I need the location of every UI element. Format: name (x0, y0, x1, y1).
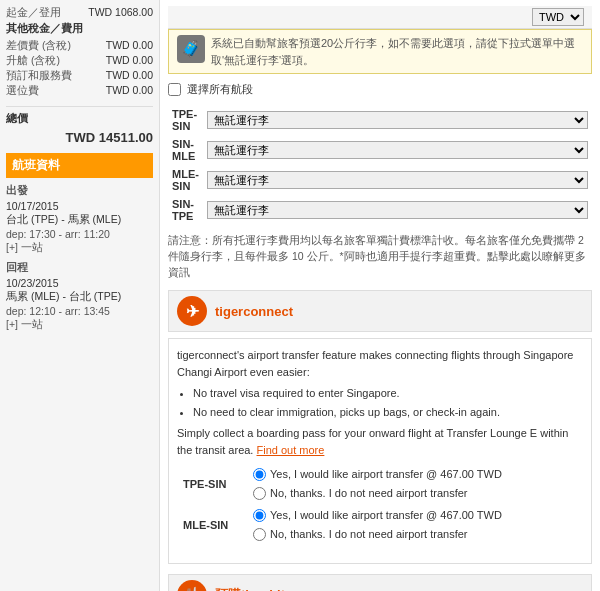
fee-row-2: 預訂和服務費 TWD 0.00 (6, 69, 153, 83)
depart-route: 台北 (TPE) - 馬累 (MLE) (6, 213, 153, 227)
return-stop: [+] 一站 (6, 318, 153, 332)
transfer-yes-0[interactable]: Yes, I would like airport transfer @ 467… (253, 466, 577, 483)
currency-selector[interactable]: TWD USD SGD (532, 8, 584, 26)
transfer-no-0[interactable]: No, thanks. I do not need airport transf… (253, 485, 577, 502)
bullet-1: No need to clear immigration, picks up b… (193, 404, 583, 421)
fee-label-0: 差價費 (含稅) (6, 39, 71, 53)
baggage-notice: 請注意：所有托運行李費用均以每名旅客單獨計費標準計收。每名旅客僅允免費攜帶 2 … (168, 233, 592, 280)
tigerconnect-label: tigerconnect (215, 304, 293, 319)
transfer-row-0: TPE-SIN Yes, I would like airport transf… (177, 463, 583, 504)
select-all-row: 選擇所有航段 (168, 82, 592, 97)
bullet-0: No travel visa required to enter Singapo… (193, 385, 583, 402)
tigerbites-label: 預購tigerbites (215, 586, 300, 591)
baggage-select-0[interactable]: 無託運行李20公斤25公斤30公斤 (207, 111, 588, 129)
fare-row: 起金／登用 TWD 1068.00 (6, 6, 153, 20)
top-bar-right: TWD USD SGD (532, 8, 584, 26)
fee-value-0: TWD 0.00 (106, 39, 153, 53)
fee-label-1: 升艙 (含稅) (6, 54, 60, 68)
transfer-row-1: MLE-SIN Yes, I would like airport transf… (177, 504, 583, 545)
transfer-no-1[interactable]: No, thanks. I do not need airport transf… (253, 526, 577, 543)
main-wrapper: 起金／登用 TWD 1068.00 其他稅金／費用 差價費 (含稅) TWD 0… (0, 0, 600, 591)
baggage-route-1: SIN-MLE (168, 135, 203, 165)
transfer-route-1: MLE-SIN (177, 504, 247, 545)
fare-section: 起金／登用 TWD 1068.00 其他稅金／費用 差價費 (含稅) TWD 0… (6, 6, 153, 98)
baggage-row-3: SIN-TPE 無託運行李20公斤25公斤30公斤 (168, 195, 592, 225)
baggage-route-3: SIN-TPE (168, 195, 203, 225)
baggage-row-1: SIN-MLE 無託運行李20公斤25公斤30公斤 (168, 135, 592, 165)
main-content: TWD USD SGD 🧳 系統已自動幫旅客預選20公斤行李，如不需要此選項，請… (160, 0, 600, 591)
fee-label-3: 選位費 (6, 84, 39, 98)
transfer-options-0: Yes, I would like airport transfer @ 467… (253, 466, 577, 501)
tigerconnect-header: ✈ tigerconnect (168, 290, 592, 332)
tigerconnect-desc: tigerconnect's airport transfer feature … (177, 347, 583, 380)
tigerbites-icon: 🍴 (177, 580, 207, 591)
return-time: dep: 12:10 - arr: 13:45 (6, 305, 153, 317)
return-route: 馬累 (MLE) - 台北 (TPE) (6, 290, 153, 304)
total-section: 總價 TWD 14511.00 (6, 111, 153, 145)
transfer-yes-1[interactable]: Yes, I would like airport transfer @ 467… (253, 507, 577, 524)
fare-label: 起金／登用 (6, 6, 61, 20)
baggage-table: TPE-SIN 無託運行李20公斤25公斤30公斤 SIN-MLE 無託運行李2… (168, 105, 592, 225)
system-msg-text: 系統已自動幫旅客預選20公斤行李，如不需要此選項，請從下拉式選單中選取'無託運行… (211, 37, 575, 66)
depart-date: 10/17/2015 (6, 200, 153, 212)
fee-value-2: TWD 0.00 (106, 69, 153, 83)
select-all-checkbox[interactable] (168, 83, 181, 96)
flight-info-header: 航班資料 (6, 153, 153, 178)
total-value: TWD 14511.00 (6, 130, 153, 145)
transfer-table: TPE-SIN Yes, I would like airport transf… (177, 463, 583, 545)
top-bar: TWD USD SGD (168, 6, 592, 29)
baggage-select-2[interactable]: 無託運行李20公斤25公斤30公斤 (207, 171, 588, 189)
find-out-more-link[interactable]: Find out more (257, 444, 325, 456)
depart-time: dep: 17:30 - arr: 11:20 (6, 228, 153, 240)
fee-row-0: 差價費 (含稅) TWD 0.00 (6, 39, 153, 53)
fee-value-3: TWD 0.00 (106, 84, 153, 98)
return-date: 10/23/2015 (6, 277, 153, 289)
tigerbites-header: 🍴 預購tigerbites (168, 574, 592, 591)
return-label: 回程 (6, 261, 153, 275)
depart-stop: [+] 一站 (6, 241, 153, 255)
depart-label: 出發 (6, 184, 153, 198)
depart-section: 出發 10/17/2015 台北 (TPE) - 馬累 (MLE) dep: 1… (6, 184, 153, 255)
total-label: 總價 (6, 111, 153, 126)
select-all-label: 選擇所有航段 (187, 82, 253, 97)
sidebar: 起金／登用 TWD 1068.00 其他稅金／費用 差價費 (含稅) TWD 0… (0, 0, 160, 591)
fee-row-3: 選位費 TWD 0.00 (6, 84, 153, 98)
bag-icon: 🧳 (177, 35, 205, 63)
baggage-select-1[interactable]: 無託運行李20公斤25公斤30公斤 (207, 141, 588, 159)
transfer-route-0: TPE-SIN (177, 463, 247, 504)
fee-value-1: TWD 0.00 (106, 54, 153, 68)
baggage-row-2: MLE-SIN 無託運行李20公斤25公斤30公斤 (168, 165, 592, 195)
transfer-options-1: Yes, I would like airport transfer @ 467… (253, 507, 577, 542)
other-fees-label: 其他稅金／費用 (6, 21, 153, 36)
fee-label-2: 預訂和服務費 (6, 69, 72, 83)
tigerconnect-block: tigerconnect's airport transfer feature … (168, 338, 592, 564)
return-section: 回程 10/23/2015 馬累 (MLE) - 台北 (TPE) dep: 1… (6, 261, 153, 332)
divider (6, 106, 153, 107)
baggage-route-0: TPE-SIN (168, 105, 203, 135)
baggage-select-3[interactable]: 無託運行李20公斤25公斤30公斤 (207, 201, 588, 219)
fare-value: TWD 1068.00 (88, 6, 153, 20)
system-message: 🧳 系統已自動幫旅客預選20公斤行李，如不需要此選項，請從下拉式選單中選取'無託… (168, 29, 592, 74)
fee-row-1: 升艙 (含稅) TWD 0.00 (6, 54, 153, 68)
tigerconnect-footer: Simply collect a boarding pass for your … (177, 425, 583, 458)
tigerconnect-bullets: No travel visa required to enter Singapo… (193, 385, 583, 420)
baggage-route-2: MLE-SIN (168, 165, 203, 195)
baggage-row-0: TPE-SIN 無託運行李20公斤25公斤30公斤 (168, 105, 592, 135)
tigerconnect-icon: ✈ (177, 296, 207, 326)
